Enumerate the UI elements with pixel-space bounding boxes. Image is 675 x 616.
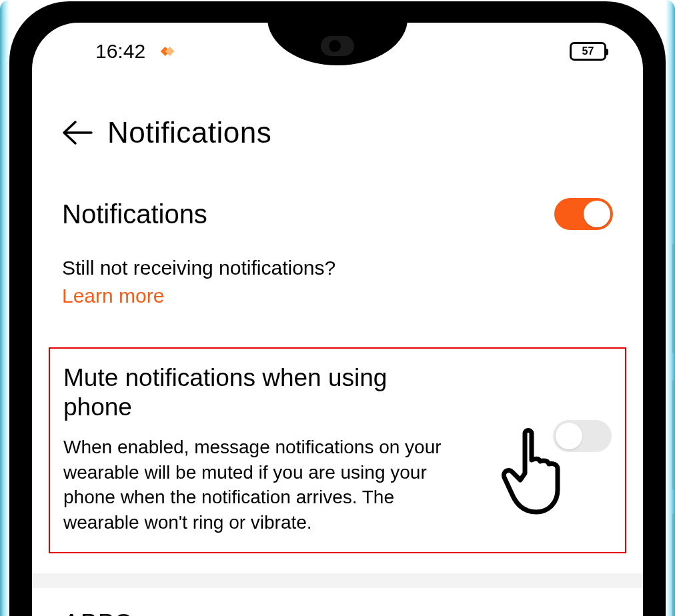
phone-bezel: 16:42 57 (9, 1, 666, 616)
mute-title: Mute notifications when using phone (63, 363, 444, 423)
tap-hand-icon (495, 427, 575, 523)
page-title: Notifications (107, 116, 271, 149)
heart-icon (157, 42, 176, 61)
mute-section-highlight: Mute notifications when using phone When… (49, 347, 626, 553)
back-arrow-icon[interactable] (62, 119, 94, 146)
battery-level: 57 (582, 45, 594, 57)
side-button-volume-down[interactable] (672, 380, 675, 490)
notifications-section: Notifications Still not receiving notifi… (49, 173, 626, 314)
help-text: Still not receiving notifications? (62, 257, 613, 279)
apps-header: APPS (49, 588, 626, 616)
battery-indicator: 57 (570, 42, 606, 61)
phone-screen: 16:42 57 (32, 23, 643, 616)
side-button-power[interactable] (672, 513, 675, 616)
mute-description: When enabled, message notifications on y… (63, 435, 464, 535)
clock: 16:42 (95, 40, 145, 63)
phone-frame: 16:42 57 (0, 0, 675, 616)
notifications-row: Notifications (62, 179, 613, 237)
toggle-knob (584, 201, 610, 227)
section-divider (32, 573, 643, 588)
notifications-toggle[interactable] (554, 198, 613, 230)
title-bar: Notifications (49, 86, 626, 173)
front-camera (321, 36, 354, 56)
learn-more-link[interactable]: Learn more (62, 285, 613, 307)
side-button-volume-up[interactable] (672, 243, 675, 353)
page-content: Notifications Notifications Still not re… (32, 86, 643, 616)
notifications-label: Notifications (62, 199, 207, 229)
